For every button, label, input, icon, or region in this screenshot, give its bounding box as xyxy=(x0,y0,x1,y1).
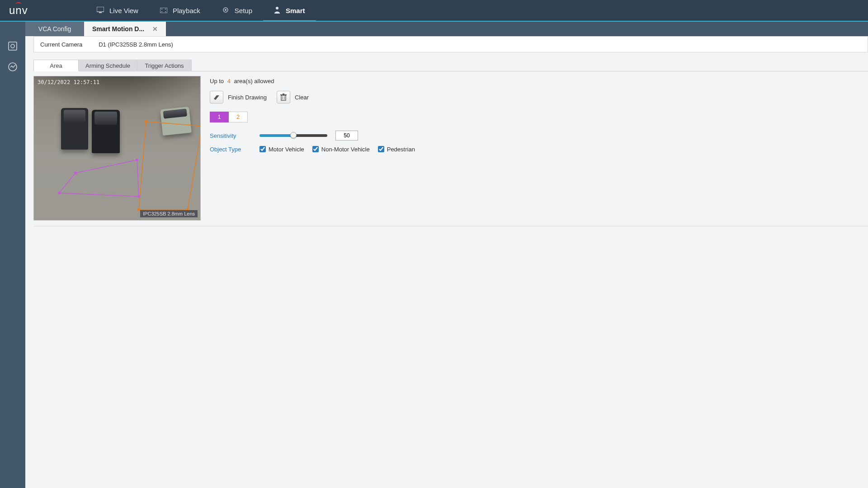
preview-camera-label: IPC325SB 2.8mm Lens xyxy=(140,210,198,217)
panel-body: 30/12/2022 12:57:11 IPC325SB 2.8mm Lens … xyxy=(33,76,868,221)
svg-rect-24 xyxy=(283,94,284,94)
checkbox[interactable] xyxy=(378,146,384,152)
close-icon[interactable]: ✕ xyxy=(152,25,158,33)
camera-preview[interactable]: 30/12/2022 12:57:11 IPC325SB 2.8mm Lens xyxy=(33,76,201,221)
drawing-buttons: Finish Drawing Clear xyxy=(210,91,868,103)
nav-label: Setup xyxy=(235,7,252,14)
area-settings: Up to 4 area(s) allowed Finish Drawing xyxy=(210,76,868,221)
brand-logo: unv xyxy=(0,4,54,17)
gear-icon xyxy=(222,6,229,15)
page-tab-row: VCA Config Smart Motion D... ✕ xyxy=(0,22,868,36)
svg-point-18 xyxy=(74,172,77,174)
svg-marker-17 xyxy=(59,160,139,197)
page-tabs: VCA Config Smart Motion D... ✕ xyxy=(25,22,166,36)
nav-items: Live View Playback Setup Smart xyxy=(86,0,316,21)
check-pedestrian[interactable]: Pedestrian xyxy=(378,146,415,153)
clear-button[interactable]: Clear xyxy=(277,91,309,103)
subtab-label: Trigger Actions xyxy=(145,62,184,69)
subtab-row: Area Arming Schedule Trigger Actions xyxy=(33,60,868,71)
top-nav: unv Live View Playback Setup Smart xyxy=(0,0,868,22)
rail-spacer xyxy=(0,22,25,36)
nav-label: Playback xyxy=(173,7,200,14)
sensitivity-label: Sensitivity xyxy=(210,132,259,139)
svg-point-20 xyxy=(137,195,140,198)
sensitivity-slider[interactable] xyxy=(259,134,327,137)
nav-label: Live View xyxy=(109,7,138,14)
check-label: Motor Vehicle xyxy=(269,146,304,153)
nav-label: Smart xyxy=(286,7,305,14)
nav-live-view[interactable]: Live View xyxy=(86,0,149,21)
checkbox[interactable] xyxy=(259,146,266,152)
areas-allowed-text: Up to 4 area(s) allowed xyxy=(210,78,868,84)
nav-playback[interactable]: Playback xyxy=(149,0,211,21)
svg-rect-0 xyxy=(97,7,104,12)
subtab-label: Arming Schedule xyxy=(85,62,130,69)
subtab-arming-schedule[interactable]: Arming Schedule xyxy=(79,60,137,71)
nav-setup[interactable]: Setup xyxy=(211,0,263,21)
area-tab-2[interactable]: 2 xyxy=(229,112,248,122)
finish-drawing-label: Finish Drawing xyxy=(228,94,267,101)
svg-point-9 xyxy=(276,7,278,9)
left-rail xyxy=(0,36,25,488)
object-type-label: Object Type xyxy=(210,146,259,153)
monitor-icon xyxy=(97,7,104,14)
finish-drawing-button[interactable]: Finish Drawing xyxy=(210,91,267,103)
detection-areas-overlay xyxy=(34,76,201,221)
tab-smart-motion[interactable]: Smart Motion D... ✕ xyxy=(84,22,166,36)
brand-text: unv xyxy=(9,4,28,17)
area-number-tabs: 1 2 xyxy=(210,112,868,122)
svg-point-4 xyxy=(161,11,162,12)
svg-point-5 xyxy=(165,9,166,9)
subtab-trigger-actions[interactable]: Trigger Actions xyxy=(137,60,192,71)
subtab-label: Area xyxy=(50,62,62,69)
tab-vca-config[interactable]: VCA Config xyxy=(25,22,84,36)
svg-marker-13 xyxy=(139,122,201,210)
allowed-prefix: Up to xyxy=(210,78,224,84)
checkbox[interactable] xyxy=(312,146,319,152)
svg-point-8 xyxy=(225,9,226,11)
content: Current Camera D1 (IPC325SB 2.8mm Lens) … xyxy=(25,36,868,488)
eraser-icon xyxy=(210,91,223,103)
sensitivity-row: Sensitivity xyxy=(210,129,868,142)
svg-point-6 xyxy=(165,11,166,12)
check-label: Pedestrian xyxy=(387,146,415,153)
svg-point-19 xyxy=(136,159,138,161)
object-type-checks: Motor Vehicle Non-Motor Vehicle Pedestri… xyxy=(259,146,415,153)
svg-rect-23 xyxy=(280,94,287,95)
area-tab-label: 2 xyxy=(236,114,240,120)
allowed-count: 4 xyxy=(226,78,232,84)
film-icon xyxy=(160,7,167,14)
area-tab-1[interactable]: 1 xyxy=(210,112,229,122)
svg-rect-22 xyxy=(281,95,286,100)
subtab-area[interactable]: Area xyxy=(33,60,79,71)
person-icon xyxy=(274,6,280,15)
config-icon[interactable] xyxy=(7,41,18,52)
check-non-motor-vehicle[interactable]: Non-Motor Vehicle xyxy=(312,146,370,153)
check-label: Non-Motor Vehicle xyxy=(321,146,370,153)
check-motor-vehicle[interactable]: Motor Vehicle xyxy=(259,146,304,153)
clear-label: Clear xyxy=(295,94,309,101)
area-tab-label: 1 xyxy=(218,114,221,120)
analytics-icon[interactable] xyxy=(7,61,18,72)
slider-thumb[interactable] xyxy=(290,132,297,138)
nav-smart[interactable]: Smart xyxy=(263,0,316,21)
svg-point-3 xyxy=(161,9,162,9)
trash-icon xyxy=(277,91,290,103)
svg-rect-1 xyxy=(99,12,102,13)
current-camera-value[interactable]: D1 (IPC325SB 2.8mm Lens) xyxy=(92,41,173,48)
main: Current Camera D1 (IPC325SB 2.8mm Lens) … xyxy=(0,36,868,488)
allowed-suffix: area(s) allowed xyxy=(234,78,274,84)
current-camera-label: Current Camera xyxy=(34,41,92,48)
svg-point-11 xyxy=(11,44,14,48)
svg-rect-10 xyxy=(9,42,17,50)
object-type-row: Object Type Motor Vehicle Non-Motor Vehi… xyxy=(210,142,868,156)
svg-rect-2 xyxy=(160,8,167,13)
current-camera-bar: Current Camera D1 (IPC325SB 2.8mm Lens) xyxy=(33,36,868,52)
tab-label: VCA Config xyxy=(38,25,71,33)
sensitivity-input[interactable] xyxy=(335,131,358,141)
svg-point-21 xyxy=(58,192,61,194)
tab-label: Smart Motion D... xyxy=(92,25,144,33)
sensitivity-controls xyxy=(259,131,358,141)
svg-point-14 xyxy=(145,120,147,123)
